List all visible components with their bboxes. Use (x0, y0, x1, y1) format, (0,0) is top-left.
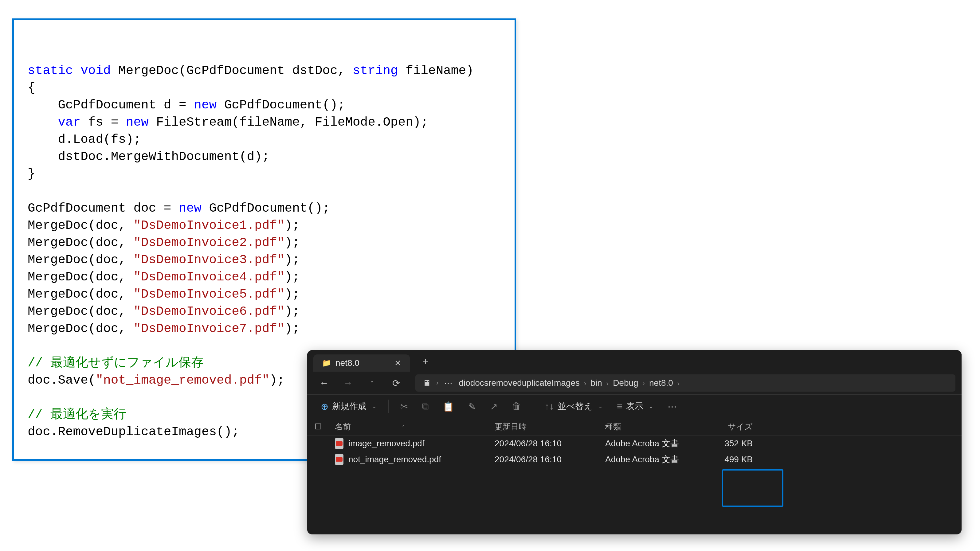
size-highlight (722, 469, 783, 507)
chevron-down-icon: ⌄ (372, 403, 377, 410)
chevron-right-icon: › (434, 379, 440, 387)
folder-icon: 📁 (322, 359, 331, 367)
column-type[interactable]: 種類 (605, 421, 700, 432)
sort-asc-icon: ˄ (402, 425, 405, 430)
tab-net8[interactable]: 📁 net8.0 ✕ (313, 354, 410, 372)
file-name: not_image_removed.pdf (348, 454, 441, 464)
file-size: 352 KB (700, 438, 752, 448)
breadcrumb-segment[interactable]: diodocsremoveduplicateImages (456, 378, 582, 387)
copy-button[interactable]: ⧉ (417, 398, 434, 414)
pdf-file-icon (335, 454, 344, 465)
chevron-down-icon: ⌄ (598, 403, 603, 410)
cut-button[interactable]: ✂ (395, 398, 414, 414)
cut-icon: ✂ (400, 401, 408, 412)
sort-label: 並べ替え (558, 400, 593, 412)
more-button[interactable]: ⋯ (662, 398, 682, 414)
column-size[interactable]: サイズ (700, 421, 752, 432)
copy-icon: ⧉ (422, 401, 428, 412)
file-date: 2024/06/28 16:10 (495, 454, 605, 464)
chevron-right-icon: › (641, 380, 647, 387)
delete-button[interactable]: 🗑 (506, 398, 527, 414)
view-button[interactable]: ≡ 表示 ⌄ (611, 398, 659, 414)
breadcrumb-segment[interactable]: Debug (611, 378, 641, 387)
chevron-right-icon: › (676, 380, 681, 387)
new-tab-button[interactable]: ＋ (421, 355, 430, 367)
column-name[interactable]: 名前 ˄ (329, 421, 495, 432)
new-label: 新規作成 (332, 400, 366, 412)
file-type: Adobe Acroba 文書 (605, 454, 700, 465)
column-header-row: ☐ 名前 ˄ 更新日時 種類 サイズ (307, 418, 962, 435)
sort-button[interactable]: ↑↓ 並べ替え ⌄ (539, 398, 608, 414)
chevron-right-icon: › (605, 380, 611, 387)
chevron-right-icon: › (582, 380, 588, 387)
file-size: 499 KB (700, 454, 752, 464)
breadcrumb-segment[interactable]: net8.0 (647, 378, 676, 387)
chevron-down-icon: ⌄ (649, 403, 654, 410)
file-row[interactable]: not_image_removed.pdf2024/06/28 16:10Ado… (307, 451, 962, 467)
refresh-button[interactable]: ⟳ (385, 375, 407, 391)
forward-button[interactable]: → (337, 375, 359, 391)
sort-icon: ↑↓ (545, 401, 554, 411)
view-icon: ≡ (617, 401, 622, 411)
pc-icon: 🖥 (423, 378, 431, 388)
breadcrumb-segment[interactable]: bin (588, 378, 604, 387)
up-button[interactable]: ↑ (361, 375, 383, 391)
pdf-file-icon (335, 438, 344, 449)
column-date[interactable]: 更新日時 (495, 421, 605, 432)
command-bar: ⊕ 新規作成 ⌄ ✂ ⧉ 📋 ✎ ↗ 🗑 ↑↓ 並べ替え ⌄ ≡ 表示 ⌄ ⋯ (307, 394, 962, 418)
titlebar: 📁 net8.0 ✕ ＋ (307, 350, 962, 372)
breadcrumb-ellipsis[interactable]: ⋯ (444, 378, 452, 388)
file-name: image_removed.pdf (348, 438, 424, 448)
share-button[interactable]: ↗ (484, 398, 503, 414)
file-list: image_removed.pdf2024/06/28 16:10Adobe A… (307, 435, 962, 467)
paste-button[interactable]: 📋 (437, 398, 460, 414)
plus-circle-icon: ⊕ (321, 401, 328, 412)
paste-icon: 📋 (443, 401, 454, 412)
rename-button[interactable]: ✎ (463, 398, 481, 414)
more-icon: ⋯ (668, 401, 677, 412)
rename-icon: ✎ (468, 401, 476, 412)
breadcrumb-bar[interactable]: 🖥 › ⋯ diodocsremoveduplicateImages›bin›D… (415, 375, 955, 392)
file-explorer-window: 📁 net8.0 ✕ ＋ ← → ↑ ⟳ 🖥 › ⋯ diodocsremove… (307, 350, 962, 534)
file-type: Adobe Acroba 文書 (605, 438, 700, 449)
navbar: ← → ↑ ⟳ 🖥 › ⋯ diodocsremoveduplicateImag… (307, 372, 962, 394)
new-button[interactable]: ⊕ 新規作成 ⌄ (315, 398, 382, 414)
file-date: 2024/06/28 16:10 (495, 438, 605, 448)
tab-title: net8.0 (336, 358, 360, 368)
back-button[interactable]: ← (313, 375, 335, 391)
trash-icon: 🗑 (512, 401, 521, 411)
select-all-checkbox[interactable]: ☐ (307, 422, 329, 432)
share-icon: ↗ (490, 401, 498, 412)
close-tab-icon[interactable]: ✕ (395, 359, 401, 368)
view-label: 表示 (626, 400, 643, 412)
file-row[interactable]: image_removed.pdf2024/06/28 16:10Adobe A… (307, 435, 962, 451)
